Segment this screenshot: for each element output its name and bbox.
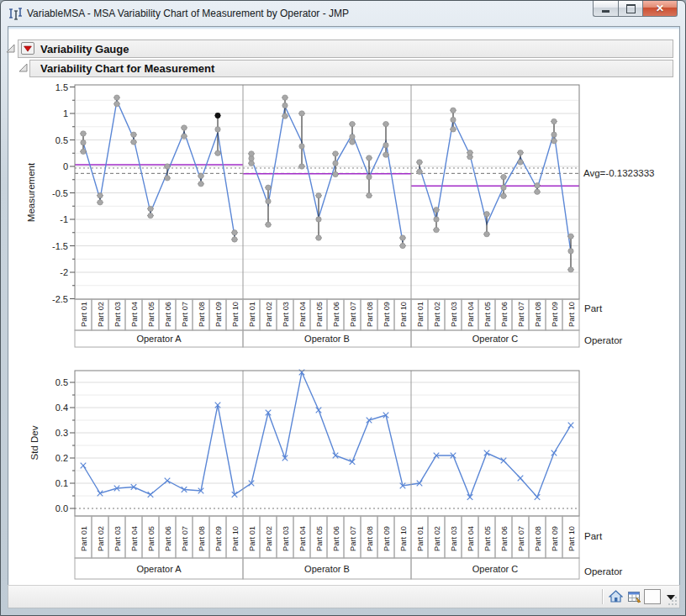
measurement-point	[299, 164, 304, 169]
disclosure-triangle-icon[interactable]	[18, 63, 28, 72]
measurement-point	[367, 192, 372, 197]
measurement-point	[518, 160, 523, 165]
measurement-point	[198, 182, 203, 187]
datatable-thumbnail-button[interactable]	[644, 589, 661, 604]
measurement-point	[400, 243, 405, 248]
titlebar[interactable]: VariableMSA - MSA Variability Chart of M…	[1, 1, 685, 26]
close-button[interactable]: ✕	[643, 1, 678, 17]
measurement-point	[282, 113, 288, 118]
red-triangle-menu-icon[interactable]	[21, 42, 34, 55]
stddev-point	[501, 458, 507, 464]
measurement-point	[98, 192, 103, 197]
stddev-chart[interactable]: 0.50.40.30.20.10.0Std DevPart 01Part 02P…	[1, 358, 686, 587]
y-axis: 0.50.40.30.20.10.0Std Dev	[29, 377, 75, 513]
part-label: Part 05	[483, 302, 492, 327]
measurement-point	[451, 108, 456, 113]
part-label: Part 09	[214, 302, 223, 327]
part-label: Part 06	[164, 526, 172, 551]
part-label: Part 06	[500, 526, 509, 551]
part-label: Part 08	[366, 526, 374, 551]
measurement-point	[316, 217, 321, 222]
y-axis: 1.510.50-0.5-1-1.5-2-2.5Measurement	[26, 82, 75, 304]
measurement-point	[484, 212, 489, 217]
part-label: Part 07	[349, 302, 357, 327]
part-label: Part 02	[265, 526, 273, 551]
measurement-point	[434, 217, 439, 222]
stddev-point	[350, 459, 356, 465]
part-label: Part 08	[534, 526, 542, 551]
measurement-point	[383, 152, 388, 157]
measurement-point	[232, 230, 237, 235]
svg-text:0.3: 0.3	[55, 428, 68, 438]
measurement-point	[148, 213, 153, 218]
measurement-point	[383, 143, 388, 148]
part-label: Part 02	[433, 302, 441, 327]
operator-label: Operator A	[136, 334, 182, 344]
measurement-point	[266, 198, 271, 203]
variability-gauge-header: Variability Gauge	[18, 39, 673, 58]
variability-chart[interactable]: 1.510.50-0.5-1-1.5-2-2.5MeasurementPart …	[1, 81, 686, 358]
part-label: Part 08	[198, 302, 206, 327]
measurement-point	[215, 150, 220, 155]
part-label: Part 07	[517, 526, 525, 551]
measurement-point	[417, 160, 422, 165]
part-label: Part 06	[500, 302, 509, 327]
measurement-point	[400, 235, 405, 240]
measurement-point	[535, 189, 540, 194]
stddev-line	[83, 372, 571, 498]
series	[81, 370, 574, 500]
measurement-point	[501, 185, 506, 190]
part-label: Part 01	[248, 302, 256, 327]
measurement-point	[568, 249, 573, 254]
measurement-point	[367, 155, 372, 161]
part-label: Part 10	[399, 526, 408, 551]
measurement-point	[266, 185, 271, 190]
disclosure-triangle-icon[interactable]	[6, 44, 15, 53]
window-table-icon[interactable]	[627, 590, 641, 603]
section-title: Variability Gauge	[40, 43, 129, 55]
right-labels: PartOperator	[584, 531, 623, 577]
restore-button[interactable]	[618, 1, 643, 17]
measurement-point	[81, 131, 86, 136]
resize-grip-icon[interactable]	[668, 596, 678, 606]
measurement-point	[333, 151, 338, 156]
measurement-point	[114, 95, 119, 100]
operator-label: Operator A	[136, 564, 182, 574]
part-label: Part 03	[450, 526, 458, 551]
operator-label: Operator B	[304, 564, 350, 574]
operator-axis-label: Operator	[584, 335, 623, 345]
operator-label: Operator B	[304, 334, 350, 344]
stddev-point	[535, 494, 541, 500]
part-label: Part 08	[534, 302, 542, 327]
part-label: Part 01	[416, 526, 425, 551]
measurement-point	[467, 150, 472, 155]
gridlines	[75, 382, 579, 508]
part-label: Part 05	[483, 526, 492, 551]
part-label: Part 06	[164, 302, 172, 327]
avg-label: Avg=-0.1323333	[583, 168, 655, 178]
measurement-point	[350, 140, 355, 145]
measurement-point	[367, 174, 372, 179]
svg-text:0.1: 0.1	[55, 478, 68, 488]
part-label: Part 01	[80, 302, 88, 327]
series-operator-b	[249, 95, 406, 249]
measurement-point	[434, 207, 439, 212]
measurement-point	[484, 231, 489, 236]
home-icon[interactable]	[609, 590, 623, 603]
part-label: Part 01	[248, 526, 256, 551]
restore-icon	[626, 4, 636, 13]
part-label: Part 04	[130, 302, 139, 327]
svg-text:0.5: 0.5	[55, 135, 68, 145]
stddev-point	[333, 453, 339, 459]
part-label: Part 02	[97, 302, 105, 327]
svg-text:0.4: 0.4	[55, 403, 68, 413]
part-label: Part 05	[315, 526, 324, 551]
measurement-point	[316, 235, 321, 240]
measurement-point	[249, 151, 254, 156]
measurement-point	[165, 176, 170, 181]
part-label: Part 07	[181, 526, 189, 551]
part-label: Part 07	[181, 302, 189, 327]
part-label: Part 10	[231, 526, 240, 551]
minimize-button[interactable]	[593, 1, 618, 17]
part-axis-label: Part	[584, 303, 603, 313]
